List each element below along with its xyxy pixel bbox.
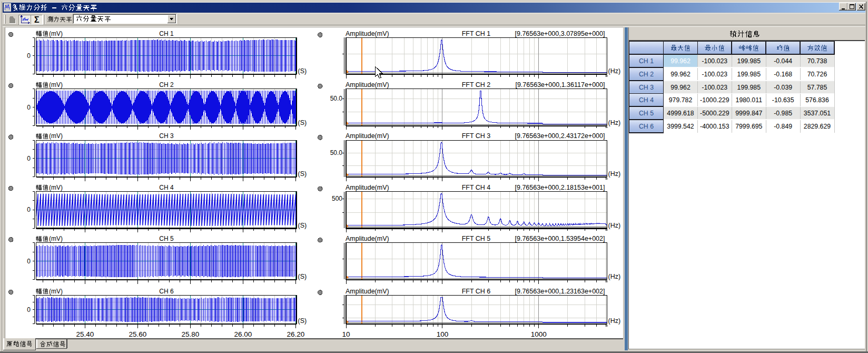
svg-text:[9.76563e+000,3.07895e+000]: [9.76563e+000,3.07895e+000] (515, 30, 605, 37)
svg-text:199.985: 199.985 (737, 57, 761, 65)
svg-text:-0.039: -0.039 (774, 84, 792, 91)
svg-text:(mV): (mV) (49, 288, 63, 295)
svg-text:-1000.229: -1000.229 (700, 96, 729, 104)
svg-text:(mV): (mV) (49, 235, 63, 242)
svg-text:FFT CH 4: FFT CH 4 (462, 184, 491, 191)
svg-text:-5000.229: -5000.229 (700, 110, 729, 117)
svg-text:(S): (S) (298, 273, 307, 280)
svg-text:CH 2: CH 2 (159, 81, 174, 89)
svg-text:CH 3: CH 3 (639, 84, 654, 91)
svg-text:(S): (S) (298, 170, 307, 178)
svg-text:Amplitude(mV): Amplitude(mV) (346, 81, 389, 89)
svg-text:99.962: 99.962 (670, 71, 691, 78)
svg-text:-0.849: -0.849 (774, 123, 792, 130)
svg-text:FFT CH 1: FFT CH 1 (462, 30, 491, 37)
svg-text:(mV): (mV) (49, 184, 63, 191)
svg-text:100: 100 (437, 330, 449, 338)
svg-text:2829.629: 2829.629 (804, 123, 831, 130)
svg-text:25.60: 25.60 (129, 330, 147, 338)
svg-text:0: 0 (27, 206, 31, 213)
svg-text:Σ: Σ (34, 15, 40, 24)
svg-text:0: 0 (27, 306, 31, 313)
svg-text:Amplitude(mV): Amplitude(mV) (346, 30, 389, 37)
svg-text:CH 5: CH 5 (639, 110, 654, 117)
svg-text:CH 1: CH 1 (639, 57, 654, 65)
svg-text:Amplitude(mV): Amplitude(mV) (346, 288, 389, 295)
svg-text:-0.044: -0.044 (774, 57, 792, 65)
svg-text:FFT CH 5: FFT CH 5 (462, 235, 491, 242)
svg-text:26.00: 26.00 (234, 330, 252, 338)
svg-text:50.0: 50.0 (330, 95, 343, 102)
svg-text:99.962: 99.962 (670, 57, 691, 65)
svg-text:[9.76563e+000,2.18153e+001]: [9.76563e+000,2.18153e+001] (515, 184, 605, 191)
svg-text:Amplitude(mV): Amplitude(mV) (346, 235, 389, 242)
svg-text:0: 0 (27, 155, 31, 162)
svg-text:-10.635: -10.635 (772, 96, 794, 104)
svg-text:(S): (S) (298, 119, 307, 126)
svg-text:CH 6: CH 6 (639, 123, 654, 130)
svg-text:(Hz): (Hz) (608, 67, 621, 75)
svg-text:26.20: 26.20 (287, 330, 305, 338)
svg-text:(Hz): (Hz) (608, 170, 621, 178)
svg-text:(mV): (mV) (49, 30, 63, 37)
svg-text:99.962: 99.962 (670, 84, 691, 91)
svg-text:576.836: 576.836 (805, 96, 829, 104)
svg-text:500: 500 (332, 195, 342, 202)
svg-text:(Hz): (Hz) (608, 317, 621, 325)
svg-text:(Hz): (Hz) (608, 273, 621, 280)
svg-text:10: 10 (342, 330, 350, 338)
svg-text:(S): (S) (298, 222, 307, 229)
svg-text:Amplitude(mV): Amplitude(mV) (346, 132, 389, 140)
svg-text:(S): (S) (298, 317, 307, 325)
svg-text:(Hz): (Hz) (608, 119, 621, 126)
svg-text:(S): (S) (298, 67, 307, 75)
svg-text:-100.023: -100.023 (702, 84, 728, 91)
svg-text:979.782: 979.782 (669, 96, 693, 104)
svg-text:(mV): (mV) (49, 132, 63, 140)
svg-text:3999.542: 3999.542 (667, 123, 694, 130)
svg-text:0: 0 (27, 104, 31, 111)
svg-text:FFT CH 6: FFT CH 6 (462, 288, 491, 295)
svg-text:(mV): (mV) (49, 81, 63, 89)
svg-text:4999.618: 4999.618 (667, 110, 694, 117)
svg-text:50.0: 50.0 (330, 149, 343, 156)
svg-text:70.726: 70.726 (807, 71, 827, 78)
svg-text:[9.76563e+000,2.43172e+000]: [9.76563e+000,2.43172e+000] (515, 132, 605, 140)
svg-text:199.985: 199.985 (737, 71, 761, 78)
svg-text:1000: 1000 (531, 330, 547, 338)
svg-text:25.80: 25.80 (182, 330, 200, 338)
svg-text:57.785: 57.785 (807, 84, 827, 91)
svg-text:-4000.153: -4000.153 (700, 123, 729, 130)
svg-text:1980.011: 1980.011 (736, 96, 763, 104)
svg-text:FFT CH 3: FFT CH 3 (462, 132, 491, 140)
svg-text:CH 1: CH 1 (159, 30, 174, 37)
svg-text:CH 6: CH 6 (159, 288, 174, 295)
svg-text:-100.023: -100.023 (702, 71, 728, 78)
svg-text:CH 4: CH 4 (159, 184, 174, 191)
svg-text:CH 3: CH 3 (159, 132, 174, 140)
svg-text:(Hz): (Hz) (608, 222, 621, 229)
svg-text:Amplitude(mV): Amplitude(mV) (346, 184, 389, 191)
svg-text:[9.76563e+000,1.53954e+002]: [9.76563e+000,1.53954e+002] (515, 235, 605, 242)
svg-text:0: 0 (27, 52, 31, 60)
svg-text:25.40: 25.40 (76, 330, 94, 338)
svg-text:0: 0 (27, 258, 31, 265)
svg-text:70.738: 70.738 (807, 57, 827, 65)
svg-text:9999.847: 9999.847 (735, 110, 762, 117)
svg-text:[9.76563e+000,1.36117e+000]: [9.76563e+000,1.36117e+000] (515, 81, 605, 89)
svg-text:-100.023: -100.023 (702, 57, 728, 65)
svg-text:CH 2: CH 2 (639, 71, 654, 78)
svg-text:199.985: 199.985 (737, 84, 761, 91)
svg-text:3537.051: 3537.051 (804, 110, 831, 117)
svg-text:CH 4: CH 4 (639, 96, 654, 104)
svg-text:FFT CH 2: FFT CH 2 (462, 81, 491, 89)
svg-text:[9.76563e+000,1.23163e+002]: [9.76563e+000,1.23163e+002] (515, 288, 605, 295)
svg-text:-0.168: -0.168 (774, 71, 792, 78)
svg-text:CH 5: CH 5 (159, 235, 174, 242)
svg-text:7999.695: 7999.695 (735, 123, 762, 130)
svg-text:-0.985: -0.985 (774, 110, 792, 117)
